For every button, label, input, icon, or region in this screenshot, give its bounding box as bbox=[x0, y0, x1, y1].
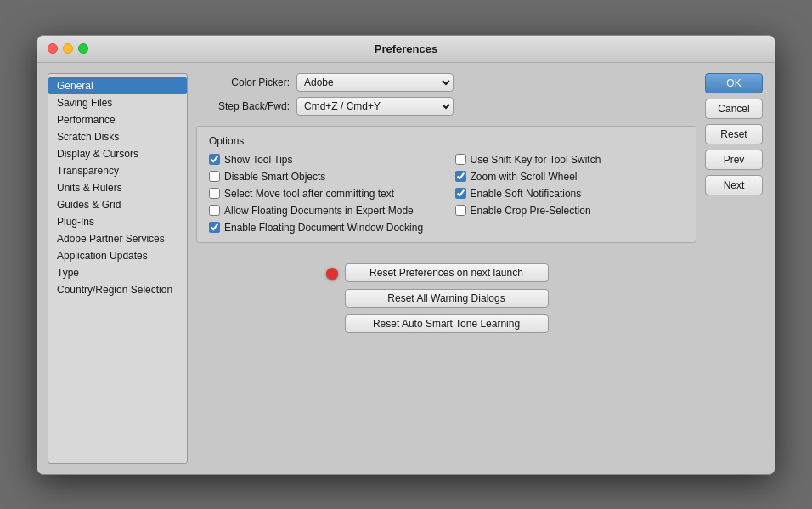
checkbox-use-shift-key: Use Shift Key for Tool Switch bbox=[455, 154, 685, 166]
show-tool-tips-checkbox[interactable] bbox=[209, 154, 220, 165]
sidebar-item-country-region[interactable]: Country/Region Selection bbox=[48, 281, 187, 298]
sidebar-item-performance[interactable]: Performance bbox=[48, 111, 187, 128]
reset-warnings-button[interactable]: Reset All Warning Dialogs bbox=[345, 289, 549, 308]
sidebar-item-display-cursors[interactable]: Display & Cursors bbox=[48, 145, 187, 162]
red-dot-indicator bbox=[326, 268, 338, 280]
enable-crop-checkbox[interactable] bbox=[455, 205, 466, 216]
prev-button[interactable]: Prev bbox=[705, 150, 763, 170]
maximize-button[interactable] bbox=[78, 43, 88, 54]
right-buttons: OK Cancel Reset Prev Next bbox=[705, 73, 764, 464]
zoom-scroll-wheel-label: Zoom with Scroll Wheel bbox=[471, 171, 578, 183]
allow-floating-label: Allow Floating Documents in Expert Mode bbox=[224, 205, 414, 217]
reset-tone-button[interactable]: Reset Auto Smart Tone Learning bbox=[345, 314, 549, 333]
next-button[interactable]: Next bbox=[705, 175, 763, 195]
use-shift-key-checkbox[interactable] bbox=[455, 154, 466, 165]
zoom-scroll-wheel-checkbox[interactable] bbox=[455, 171, 466, 182]
checkbox-enable-crop: Enable Crop Pre-Selection bbox=[455, 205, 685, 217]
allow-floating-checkbox[interactable] bbox=[209, 205, 220, 216]
dialog-title: Preferences bbox=[375, 42, 437, 55]
minimize-button[interactable] bbox=[63, 43, 73, 54]
color-picker-label: Color Picker: bbox=[196, 76, 290, 88]
actions-section: Reset Preferences on next launch Reset A… bbox=[196, 263, 696, 333]
select-move-tool-label: Select Move tool after committing text bbox=[224, 188, 394, 200]
fields-section: Color Picker: Adobe Windows Step Back/Fw… bbox=[196, 73, 696, 116]
checkbox-allow-floating: Allow Floating Documents in Expert Mode bbox=[209, 205, 438, 217]
enable-floating-docking-checkbox[interactable] bbox=[209, 222, 220, 233]
sidebar-item-guides-grid[interactable]: Guides & Grid bbox=[48, 196, 187, 213]
sidebar-item-transparency[interactable]: Transparency bbox=[48, 162, 187, 179]
color-picker-select[interactable]: Adobe Windows bbox=[296, 73, 454, 92]
options-box: Options Show Tool Tips Use Shift Key for… bbox=[196, 126, 696, 243]
step-back-label: Step Back/Fwd: bbox=[196, 100, 290, 112]
title-bar: Preferences bbox=[37, 36, 775, 63]
options-title: Options bbox=[209, 135, 684, 147]
step-back-select[interactable]: Cmd+Z / Cmd+Y Ctrl+Alt+Z / Ctrl+Shift+Z bbox=[296, 97, 454, 116]
checkbox-enable-soft-notif: Enable Soft Notifications bbox=[455, 188, 685, 200]
enable-soft-notif-checkbox[interactable] bbox=[455, 188, 466, 199]
disable-smart-objects-label: Disable Smart Objects bbox=[224, 171, 325, 183]
close-button[interactable] bbox=[48, 43, 58, 54]
enable-floating-docking-label: Enable Floating Document Window Docking bbox=[224, 222, 423, 234]
checkbox-enable-floating-docking: Enable Floating Document Window Docking bbox=[209, 222, 684, 234]
sidebar-item-plug-ins[interactable]: Plug-Ins bbox=[48, 213, 187, 230]
checkbox-select-move-tool: Select Move tool after committing text bbox=[209, 188, 438, 200]
step-back-row: Step Back/Fwd: Cmd+Z / Cmd+Y Ctrl+Alt+Z … bbox=[196, 97, 696, 116]
preferences-dialog: Preferences General Saving Files Perform… bbox=[37, 35, 775, 475]
ok-button[interactable]: OK bbox=[705, 73, 763, 93]
sidebar: General Saving Files Performance Scratch… bbox=[48, 73, 188, 464]
cancel-button[interactable]: Cancel bbox=[705, 99, 763, 119]
dialog-body: General Saving Files Performance Scratch… bbox=[37, 63, 775, 474]
reset-button[interactable]: Reset bbox=[705, 124, 763, 144]
sidebar-item-general[interactable]: General bbox=[48, 77, 187, 94]
checkbox-show-tool-tips: Show Tool Tips bbox=[209, 154, 438, 166]
sidebar-item-type[interactable]: Type bbox=[48, 264, 187, 281]
options-grid: Show Tool Tips Use Shift Key for Tool Sw… bbox=[209, 154, 684, 234]
select-move-tool-checkbox[interactable] bbox=[209, 188, 220, 199]
enable-crop-label: Enable Crop Pre-Selection bbox=[471, 205, 591, 217]
sidebar-item-scratch-disks[interactable]: Scratch Disks bbox=[48, 128, 187, 145]
color-picker-row: Color Picker: Adobe Windows bbox=[196, 73, 696, 92]
traffic-lights bbox=[48, 43, 88, 54]
checkbox-zoom-scroll-wheel: Zoom with Scroll Wheel bbox=[455, 171, 685, 183]
disable-smart-objects-checkbox[interactable] bbox=[209, 171, 220, 182]
checkbox-disable-smart-objects: Disable Smart Objects bbox=[209, 171, 438, 183]
sidebar-item-units-rulers[interactable]: Units & Rulers bbox=[48, 179, 187, 196]
use-shift-key-label: Use Shift Key for Tool Switch bbox=[471, 154, 601, 166]
reset-prefs-button[interactable]: Reset Preferences on next launch bbox=[345, 263, 549, 282]
sidebar-item-saving-files[interactable]: Saving Files bbox=[48, 94, 187, 111]
main-content: Color Picker: Adobe Windows Step Back/Fw… bbox=[196, 73, 696, 464]
enable-soft-notif-label: Enable Soft Notifications bbox=[471, 188, 582, 200]
show-tool-tips-label: Show Tool Tips bbox=[224, 154, 293, 166]
sidebar-item-app-updates[interactable]: Application Updates bbox=[48, 247, 187, 264]
sidebar-item-adobe-partner[interactable]: Adobe Partner Services bbox=[48, 230, 187, 247]
